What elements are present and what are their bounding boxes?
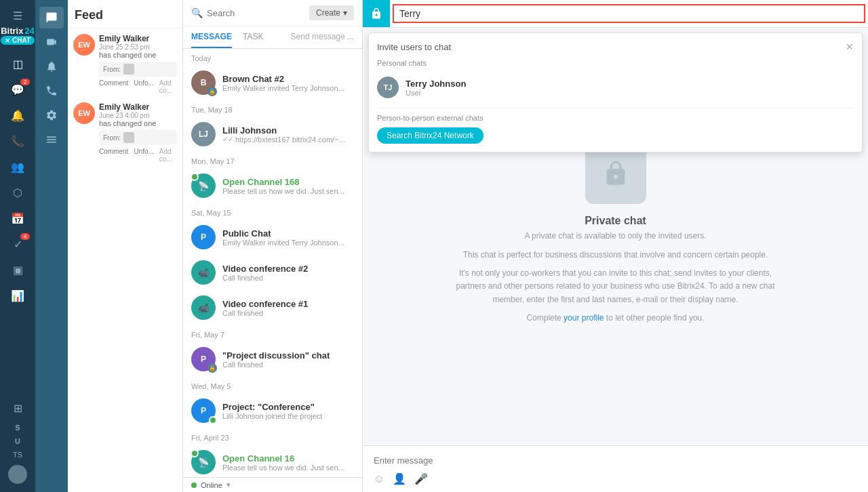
- comment-btn-1[interactable]: Comment: [99, 79, 128, 94]
- chat-item-video1[interactable]: 📹 Video conference #1 Call finished: [183, 290, 362, 325]
- sidebar-item-contacts[interactable]: 👥: [4, 155, 31, 179]
- feed-actions-2: Comment Unfo... Add co...: [99, 148, 177, 163]
- feed-item-date-1: June 25 2:53 pm: [99, 43, 177, 51]
- sidebar-item-chat[interactable]: 💬 2: [4, 77, 31, 102]
- chat-avatar-conf: P: [191, 398, 216, 423]
- feed-from-2: From:: [99, 130, 177, 145]
- tasks2-icon: ✓: [14, 238, 22, 251]
- feed-item[interactable]: EW Emily Walker June 25 2:53 pm has chan…: [73, 34, 177, 94]
- chat-preview-channel16: Please tell us how we did. Just sen...: [222, 464, 354, 472]
- chat-name-brown: Brown Chat #2: [222, 74, 354, 84]
- chat-avatar-public: P: [191, 225, 216, 249]
- chat-name-channel168: Open Channel 168: [222, 177, 354, 187]
- sidebar-item-drive[interactable]: ▣: [4, 258, 31, 282]
- tab-task[interactable]: TASK: [243, 26, 263, 48]
- chat-list-panel: 🔍 Create ▾ MESSAGE TASK Send message ...…: [183, 0, 363, 492]
- invite-user-avatar: TJ: [377, 77, 399, 98]
- hamburger-icon[interactable]: ☰: [9, 5, 26, 26]
- sidebar-item-u[interactable]: U: [13, 435, 22, 447]
- chat-preview-conf: Lilli Johnson joined the project: [222, 412, 354, 420]
- create-button[interactable]: Create ▾: [309, 5, 354, 20]
- sidebar-item-reports[interactable]: 📊: [4, 283, 31, 308]
- feed-icon: ◫: [13, 58, 23, 70]
- second-sidebar-gear[interactable]: [39, 104, 64, 126]
- tab-message[interactable]: MESSAGE: [191, 26, 232, 48]
- date-may17: Mon, May 17: [183, 152, 362, 168]
- chat-name-lilli: Lilli Johnson: [222, 125, 354, 136]
- second-sidebar-bell[interactable]: [39, 56, 64, 77]
- feed-item-date-2: June 23 4:00 pm: [99, 112, 177, 119]
- invite-dropdown: Invite users to chat ✕ Personal chats TJ…: [368, 33, 863, 152]
- lock-button[interactable]: [363, 0, 390, 27]
- chat-avatar-channel168: 📡: [191, 173, 216, 198]
- microphone-icon[interactable]: 🎤: [414, 472, 428, 485]
- chat-item-channel168[interactable]: 📡 Open Channel 168 Please tell us how we…: [183, 168, 362, 203]
- message-input[interactable]: [374, 453, 857, 468]
- sidebar-item-s[interactable]: S: [13, 422, 22, 434]
- second-sidebar-camera[interactable]: [39, 31, 64, 53]
- search-icon: 🔍: [191, 7, 203, 18]
- sidebar-item-crm[interactable]: ⬡: [4, 180, 31, 205]
- lock-overlay-icon: 🔒: [208, 87, 217, 96]
- sidebar-item-calendar[interactable]: 📅: [4, 206, 31, 230]
- comment-btn-2[interactable]: Comment: [99, 148, 128, 163]
- chat-badge-label: CHAT: [12, 37, 31, 44]
- chat-name-video2: Video conference #2: [222, 264, 354, 274]
- sidebar-item-apps[interactable]: ⊞: [4, 396, 31, 420]
- chat-list: Today B 🔒 Brown Chat #2 Emily Walker inv…: [183, 49, 362, 477]
- feed-content: EW Emily Walker June 25 2:53 pm has chan…: [68, 28, 182, 492]
- sidebar-item-tasks[interactable]: ✓ 4: [4, 232, 31, 256]
- chat-item-public[interactable]: P Public Chat Emily Walker invited Terry…: [183, 220, 362, 255]
- send-message-hint: Send message ...: [291, 26, 354, 48]
- chat-avatar-video1: 📹: [191, 295, 216, 320]
- chat-item-lilli[interactable]: LJ Lilli Johnson ✓✓ https://bxtest167.bi…: [183, 117, 362, 152]
- online-chevron-icon[interactable]: ▾: [226, 480, 231, 489]
- sidebar-item-notifications[interactable]: 🔔: [4, 103, 31, 127]
- add-btn-1[interactable]: Add co...: [159, 79, 177, 94]
- chat-name-video1: Video conference #1: [222, 299, 354, 309]
- add-btn-2[interactable]: Add co...: [159, 148, 177, 163]
- online-bar: Online ▾: [183, 477, 362, 492]
- sidebar-item-phone[interactable]: 📞: [4, 129, 31, 153]
- user-avatar[interactable]: [8, 465, 27, 484]
- chat-item-project-disc[interactable]: P 🔒 "Project discussion" chat Call finis…: [183, 342, 362, 377]
- message-tools: ☺ 👤 🎤: [374, 472, 857, 485]
- chat-info-channel168: Open Channel 168 Please tell us how we d…: [222, 177, 354, 195]
- search-input[interactable]: [207, 8, 304, 18]
- chat-preview-video1: Call finished: [222, 309, 354, 317]
- chat-preview-video2: Call finished: [222, 274, 354, 282]
- unfollow-btn-2[interactable]: Unfo...: [134, 148, 153, 163]
- sidebar-item-ts[interactable]: TS: [11, 449, 24, 461]
- invite-close-icon[interactable]: ✕: [846, 41, 854, 52]
- feed-item-2[interactable]: EW Emily Walker June 23 4:00 pm has chan…: [73, 102, 177, 163]
- close-chat-icon[interactable]: ✕: [5, 37, 10, 44]
- add-user-icon[interactable]: 👤: [393, 472, 406, 485]
- invite-title-text: Invite users to chat: [377, 42, 451, 52]
- date-may5: Wed, May 5: [183, 377, 362, 393]
- main-chat-area: Invite users to chat ✕ Personal chats TJ…: [363, 0, 868, 492]
- chat-badge[interactable]: ✕ CHAT: [1, 36, 35, 45]
- chat-item-video2[interactable]: 📹 Video conference #2 Call finished: [183, 255, 362, 290]
- apps2-icon: ⊞: [14, 402, 22, 415]
- profile-link[interactable]: your profile: [564, 313, 604, 323]
- unfollow-btn-1[interactable]: Unfo...: [134, 79, 153, 94]
- second-sidebar-menu[interactable]: [39, 129, 64, 150]
- feed-item-name-1: Emily Walker: [99, 34, 177, 43]
- search-network-button[interactable]: Search Bitrix24 Network: [377, 127, 484, 144]
- chat-preview-public: Emily Walker invited Terry Johnson...: [222, 239, 354, 247]
- chat-info-channel16: Open Channel 16 Please tell us how we di…: [222, 453, 354, 472]
- feed-item-text-2: has changed one: [99, 119, 177, 127]
- second-sidebar-phone[interactable]: [39, 80, 64, 102]
- main-search-input[interactable]: [399, 8, 859, 19]
- sidebar-item-feed[interactable]: ◫: [4, 52, 31, 76]
- emoji-icon[interactable]: ☺: [374, 473, 384, 485]
- chat-item-channel16[interactable]: 📡 Open Channel 16 Please tell us how we …: [183, 445, 362, 477]
- logo-num: 24: [24, 26, 34, 36]
- chat-info-proj-disc: "Project discussion" chat Call finished: [222, 350, 354, 369]
- second-sidebar-chat[interactable]: [39, 7, 64, 28]
- invite-user-item[interactable]: TJ Terry Johnson User: [377, 73, 854, 102]
- date-may18: Tue, May 18: [183, 100, 362, 117]
- chat-item-conference[interactable]: P Project: "Conference" Lilli Johnson jo…: [183, 393, 362, 428]
- chat-info-lilli: Lilli Johnson ✓✓ https://bxtest167.bitri…: [222, 125, 354, 144]
- chat-item-brown-chat[interactable]: B 🔒 Brown Chat #2 Emily Walker invited T…: [183, 65, 362, 100]
